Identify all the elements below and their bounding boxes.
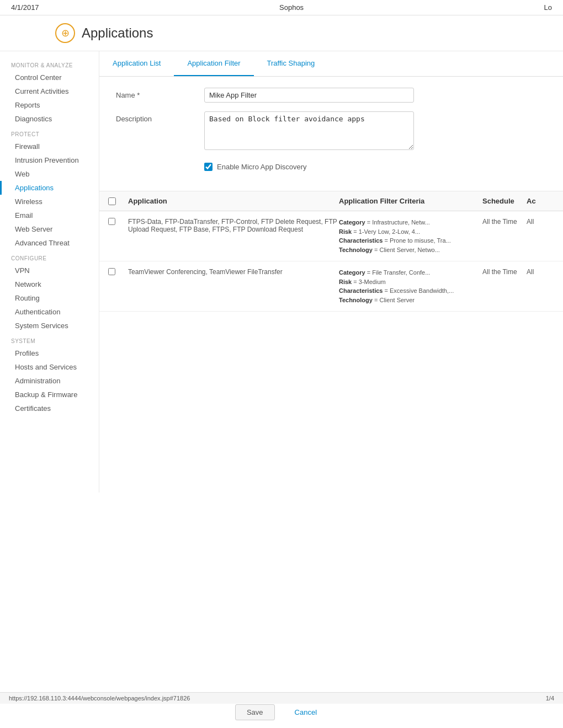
sidebar-item-authentication[interactable]: Authentication (0, 305, 99, 319)
sidebar-item-advanced-threat[interactable]: Advanced Threat (0, 236, 99, 250)
col-criteria-header: Application Filter Criteria (339, 197, 482, 205)
sidebar-item-system-services[interactable]: System Services (0, 319, 99, 333)
sidebar-item-certificates[interactable]: Certificates (0, 402, 99, 415)
row1-schedule: All the Time (482, 218, 527, 226)
row2-application: TeamViewer Conferencing, TeamViewer File… (128, 268, 339, 276)
page-header: ⊕ Applications (0, 15, 563, 51)
table-row: TeamViewer Conferencing, TeamViewer File… (99, 261, 563, 312)
sidebar-section-monitor--analyze: MONITOR & ANALYZEControl CenterCurrent A… (0, 57, 99, 126)
name-label: Name * (116, 88, 204, 99)
sidebar-item-network[interactable]: Network (0, 277, 99, 291)
sidebar-item-routing[interactable]: Routing (0, 291, 99, 305)
page-icon: ⊕ (55, 23, 75, 43)
page-title: Applications (82, 25, 153, 41)
row1-checkbox[interactable] (108, 218, 115, 225)
row1-criteria: Category = Infrastructure, Netw... Risk … (339, 218, 482, 254)
row2-checkbox[interactable] (108, 268, 115, 275)
table-section: Application Application Filter Criteria … (99, 191, 563, 312)
sidebar: MONITOR & ANALYZEControl CenterCurrent A… (0, 51, 99, 493)
sidebar-item-intrusion-prevention[interactable]: Intrusion Prevention (0, 153, 99, 167)
sidebar-item-current-activities[interactable]: Current Activities (0, 84, 99, 98)
sidebar-item-applications[interactable]: Applications (0, 181, 99, 195)
col-action-header: Ac (527, 197, 554, 205)
user-label: Lo (544, 3, 552, 12)
row2-schedule: All the Time (482, 268, 527, 276)
sidebar-section-system: SYSTEMProfilesHosts and ServicesAdminist… (0, 333, 99, 415)
sidebar-item-control-center[interactable]: Control Center (0, 71, 99, 84)
sidebar-item-vpn[interactable]: VPN (0, 264, 99, 277)
row1-action: All (527, 218, 554, 226)
row2-action: All (527, 268, 554, 276)
table-row: FTPS-Data, FTP-DataTransfer, FTP-Control… (99, 211, 563, 261)
sidebar-section-configure: CONFIGUREVPNNetworkRoutingAuthentication… (0, 250, 99, 333)
micro-app-label: Enable Micro App Discovery (217, 163, 307, 171)
row2-criteria: Category = File Transfer, Confe... Risk … (339, 268, 482, 304)
description-label: Description (116, 111, 204, 123)
sidebar-item-web-server[interactable]: Web Server (0, 222, 99, 236)
col-application-header: Application (128, 197, 339, 205)
sidebar-item-email[interactable]: Email (0, 208, 99, 222)
sidebar-item-hosts-services[interactable]: Hosts and Services (0, 360, 99, 374)
row1-application: FTPS-Data, FTP-DataTransfer, FTP-Control… (128, 218, 339, 233)
sidebar-item-web[interactable]: Web (0, 167, 99, 181)
date-label: 4/1/2017 (11, 3, 39, 12)
top-bar: 4/1/2017 Sophos Lo (0, 0, 563, 15)
main-content: Application List Application Filter Traf… (99, 51, 563, 493)
tabs-bar: Application List Application Filter Traf… (99, 51, 563, 77)
micro-app-checkbox[interactable] (204, 163, 213, 171)
tab-application-list[interactable]: Application List (99, 51, 174, 76)
tab-application-filter[interactable]: Application Filter (174, 51, 253, 76)
sidebar-item-administration[interactable]: Administration (0, 374, 99, 388)
brand-label: Sophos (279, 3, 304, 12)
form-section: Name * Description Based on Block filter… (99, 77, 563, 191)
sidebar-item-firewall[interactable]: Firewall (0, 140, 99, 153)
sidebar-item-reports[interactable]: Reports (0, 98, 99, 112)
col-schedule-header: Schedule (482, 197, 527, 205)
sidebar-item-wireless[interactable]: Wireless (0, 195, 99, 208)
select-all-checkbox[interactable] (108, 197, 116, 205)
description-input[interactable]: Based on Block filter avoidance apps (204, 111, 414, 150)
sidebar-item-backup-firmware[interactable]: Backup & Firmware (0, 388, 99, 402)
tab-traffic-shaping[interactable]: Traffic Shaping (254, 51, 328, 76)
sidebar-item-profiles[interactable]: Profiles (0, 346, 99, 360)
name-input[interactable] (204, 88, 414, 103)
sidebar-item-diagnostics[interactable]: Diagnostics (0, 112, 99, 126)
sidebar-section-protect: PROTECTFirewallIntrusion PreventionWebAp… (0, 126, 99, 250)
